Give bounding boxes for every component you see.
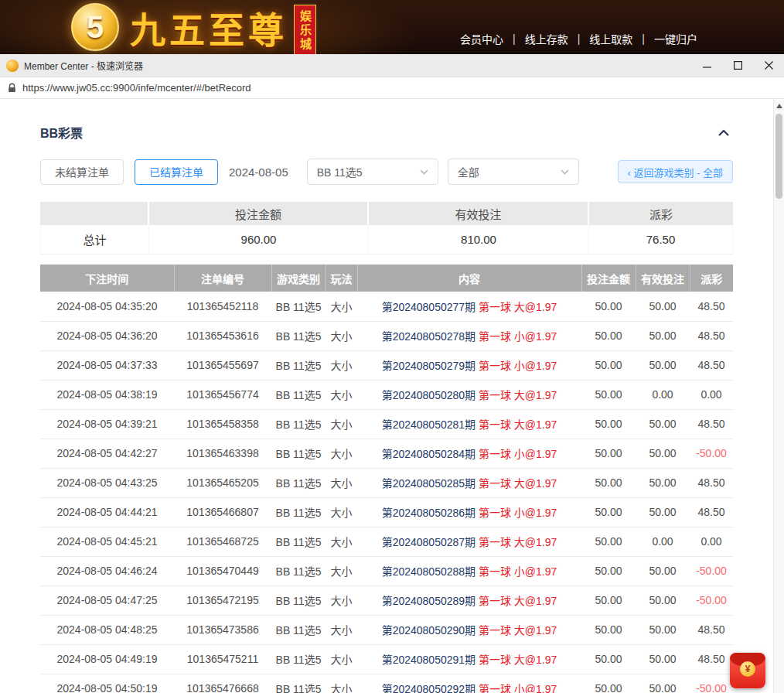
bet-detail-text: 第一球 大@1.97 [476,389,557,401]
chevron-up-icon [718,129,730,136]
cell-game-category: BB 11选5 [271,350,326,380]
table-row[interactable]: 2024-08-05 04:35:20 101365452118 BB 11选5… [40,292,733,321]
cell-valid-bet: 50.00 [636,409,690,439]
minimize-button[interactable] [691,54,722,77]
cell-bet-id: 101365475211 [174,644,271,674]
site-logo[interactable]: 5 九五至尊 娱乐城 [71,0,316,54]
column-header: 下注时间 [40,265,174,292]
cell-payout: -50.00 [690,439,733,468]
cell-bet-amount: 50.00 [581,321,636,350]
cell-payout: 48.50 [690,292,733,321]
banner-nav-link[interactable]: 线上取款 [589,31,632,46]
table-row[interactable]: 2024-08-05 04:47:25 101365472195 BB 11选5… [40,585,733,615]
back-to-game-category-button[interactable]: ‹ 返回游戏类别 - 全部 [618,160,734,183]
unsettled-bets-button[interactable]: 未结算注单 [40,159,124,185]
bet-table: 下注时间注单编号游戏类别玩法内容投注金额有效投注派彩 2024-08-05 04… [40,265,733,693]
table-row[interactable]: 2024-08-05 04:37:33 101365455697 BB 11选5… [40,350,733,380]
cell-payout: 48.50 [690,409,733,439]
logo-badge: 娱乐城 [294,5,316,54]
cell-bet-amount: 50.00 [581,380,636,409]
scrollbar[interactable] [773,100,784,693]
maximize-button[interactable] [722,54,753,77]
table-row[interactable]: 2024-08-05 04:48:25 101365473586 BB 11选5… [40,615,733,644]
column-header: 游戏类别 [271,265,326,292]
bet-detail-text: 第一球 小@1.97 [476,448,557,460]
period-text: 第202408050280期 [382,389,476,401]
cell-bet-id: 101365465205 [174,468,271,497]
bet-table-header-row: 下注时间注单编号游戏类别玩法内容投注金额有效投注派彩 [40,265,733,292]
cell-bet-time: 2024-08-05 04:38:19 [40,380,174,409]
period-text: 第202408050284期 [382,448,476,460]
table-row[interactable]: 2024-08-05 04:44:21 101365466807 BB 11选5… [40,497,733,527]
table-row[interactable]: 2024-08-05 04:36:20 101365453616 BB 11选5… [40,321,733,350]
cell-valid-bet: 50.00 [636,644,690,674]
period-text: 第202408050277期 [382,301,476,313]
cell-bet-time: 2024-08-05 04:45:21 [40,527,174,556]
cell-payout: -50.00 [690,585,733,615]
cell-game-category: BB 11选5 [271,527,326,556]
cell-content: 第202408050281期 第一球 大@1.97 [357,409,581,439]
cell-content: 第202408050285期 第一球 大@1.97 [357,468,581,497]
banner-nav-link[interactable]: 线上存款 [525,31,568,46]
cell-game-category: BB 11选5 [271,468,326,497]
settled-bets-button[interactable]: 已结算注单 [135,159,218,185]
cell-content: 第202408050286期 第一球 小@1.97 [357,497,581,527]
chevron-down-icon [420,169,428,175]
cell-play-type: 大小 [326,292,357,321]
browser-addressbar[interactable]: https://www.jw05.cc:9900/infe/mcenter/#/… [0,77,784,99]
browser-titlebar: Member Center - 极速浏览器 [0,54,784,77]
period-text: 第202408050288期 [382,565,476,578]
game-select[interactable]: BB 11选5 [307,159,438,185]
bet-detail-text: 第一球 大@1.97 [476,477,557,490]
table-row[interactable]: 2024-08-05 04:45:21 101365468725 BB 11选5… [40,527,733,556]
url-text[interactable]: https://www.jw05.cc:9900/infe/mcenter/#/… [22,82,251,94]
category-select-value: 全部 [458,164,479,179]
logo-5-emblem-icon: 5 [71,3,119,51]
summary-col-header: 有效投注 [369,202,589,225]
cell-play-type: 大小 [326,556,357,585]
cell-content: 第202408050292期 第一球 小@1.97 [357,674,581,693]
cell-bet-amount: 50.00 [581,439,636,468]
browser-favicon-icon [6,60,19,72]
period-text: 第202408050292期 [382,683,476,693]
cell-valid-bet: 50.00 [636,674,690,693]
banner-nav-link[interactable]: 一键归户 [654,31,697,46]
cell-content: 第202408050284期 第一球 小@1.97 [357,439,581,468]
site-banner: 5 九五至尊 娱乐城 会员中心|线上存款|线上取款|一键归户 [0,0,784,54]
table-row[interactable]: 2024-08-05 04:49:19 101365475211 BB 11选5… [40,644,733,674]
table-row[interactable]: 2024-08-05 04:38:19 101365456774 BB 11选5… [40,380,733,409]
close-button[interactable] [753,54,784,77]
category-select[interactable]: 全部 [448,159,579,185]
banner-nav-link[interactable]: 会员中心 [460,31,503,46]
cell-game-category: BB 11选5 [271,674,326,693]
scrollbar-thumb[interactable] [775,114,782,199]
table-row[interactable]: 2024-08-05 04:50:19 101365476668 BB 11选5… [40,674,733,693]
cell-valid-bet: 50.00 [636,350,690,380]
scroll-up-arrow-icon[interactable] [776,104,782,108]
cell-valid-bet: 50.00 [636,321,690,350]
date-picker[interactable]: 2024-08-05 [229,166,288,179]
chevron-down-icon [561,169,569,175]
cell-content: 第202408050280期 第一球 大@1.97 [357,380,581,409]
cell-payout: -50.00 [690,674,733,693]
cell-game-category: BB 11选5 [271,439,326,468]
table-row[interactable]: 2024-08-05 04:42:27 101365463398 BB 11选5… [40,439,733,468]
cell-bet-amount: 50.00 [581,615,636,644]
cell-game-category: BB 11选5 [271,615,326,644]
table-row[interactable]: 2024-08-05 04:46:24 101365470449 BB 11选5… [40,556,733,585]
nav-separator: | [513,32,516,45]
cell-payout: 48.50 [690,321,733,350]
game-select-value: BB 11选5 [317,164,363,179]
cell-valid-bet: 50.00 [636,556,690,585]
cell-play-type: 大小 [326,350,357,380]
table-row[interactable]: 2024-08-05 04:39:21 101365458358 BB 11选5… [40,409,733,439]
cell-content: 第202408050277期 第一球 大@1.97 [357,292,581,321]
red-envelope-button[interactable]: ¥ [730,653,765,688]
cell-play-type: 大小 [326,644,357,674]
cell-content: 第202408050287期 第一球 大@1.97 [357,527,581,556]
cell-bet-amount: 50.00 [581,527,636,556]
collapse-section-button[interactable] [714,128,733,138]
table-row[interactable]: 2024-08-05 04:43:25 101365465205 BB 11选5… [40,468,733,497]
bet-record-page: BB彩票 未结算注单 已结算注单 2024-08-05 BB 11选5 全部 ‹… [0,100,773,693]
column-header: 注单编号 [174,265,271,292]
